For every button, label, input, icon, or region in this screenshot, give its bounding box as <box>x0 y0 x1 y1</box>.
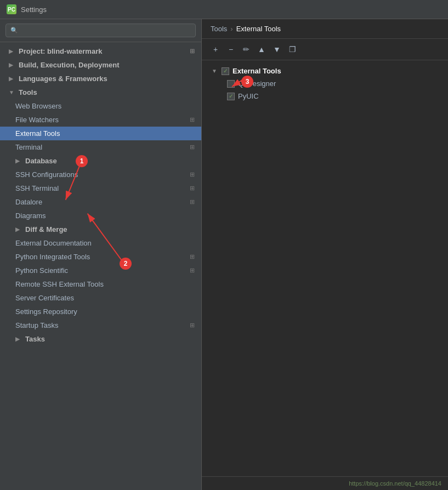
sidebar-item-label: SSH Configurations <box>15 170 186 179</box>
copy-icon: ⊞ <box>190 144 195 151</box>
sidebar-item-label: Diff & Merge <box>25 225 195 233</box>
sidebar-item-label: Project: blind-watermark <box>19 47 186 55</box>
sidebar-item-external-docs[interactable]: External Documentation <box>0 236 201 250</box>
copy-button[interactable]: ❐ <box>285 42 299 56</box>
sidebar-item-label: SSH Terminal <box>15 184 186 192</box>
copy-icon: ⊞ <box>190 267 195 274</box>
breadcrumb-current: External Tools <box>236 25 281 33</box>
sidebar-item-label: External Documentation <box>15 239 195 247</box>
url-bar: https://blog.csdn.net/qq_44828414 <box>202 476 448 490</box>
tree-child-qt-designer[interactable]: Qt Designer <box>224 77 441 90</box>
remove-button[interactable]: − <box>224 42 238 56</box>
search-icon: 🔍 <box>10 27 18 34</box>
tree-root-label: External Tools <box>232 67 281 75</box>
sidebar-item-ssh-terminal[interactable]: SSH Terminal ⊞ <box>0 181 201 195</box>
copy-icon: ⊞ <box>190 171 195 178</box>
sidebar-item-tasks[interactable]: Tasks <box>0 332 201 346</box>
breadcrumb-sep: › <box>230 25 232 33</box>
chevron-right-icon <box>15 336 22 342</box>
sidebar-item-ssh-configurations[interactable]: SSH Configurations ⊞ <box>0 168 201 181</box>
chevron-right-icon <box>15 158 22 164</box>
copy-icon: ⊞ <box>190 116 195 123</box>
tree-root-item[interactable]: ▼ External Tools <box>208 65 441 77</box>
sidebar-item-terminal[interactable]: Terminal ⊞ <box>0 140 201 154</box>
sidebar-item-label: File Watchers <box>15 116 186 124</box>
sidebar-item-label: Python Scientific <box>15 266 186 275</box>
move-up-button[interactable]: ▲ <box>254 42 269 56</box>
copy-icon: ⊞ <box>190 322 195 329</box>
copy-icon: ⊞ <box>190 253 195 260</box>
chevron-right-icon <box>9 76 15 82</box>
sidebar-item-label: Web Browsers <box>15 102 195 110</box>
sidebar-item-label: Settings Repository <box>15 307 195 316</box>
sidebar-item-web-browsers[interactable]: Web Browsers <box>0 99 201 113</box>
sidebar-item-external-tools[interactable]: External Tools <box>0 127 201 140</box>
sidebar-item-label: Python Integrated Tools <box>15 253 186 261</box>
sidebar-item-database[interactable]: Database <box>0 154 201 168</box>
chevron-right-icon <box>15 226 22 232</box>
sidebar-item-label: Remote SSH External Tools <box>15 280 195 288</box>
sidebar-item-languages[interactable]: Languages & Frameworks <box>0 72 201 86</box>
sidebar: 1 2 🔍 Project: blind-watermark ⊞ Build, … <box>0 19 202 490</box>
tree-child-label: PyUIC <box>238 92 259 100</box>
nav-list: Project: blind-watermark ⊞ Build, Execut… <box>0 42 201 490</box>
sidebar-item-settings-repo[interactable]: Settings Repository <box>0 305 201 318</box>
sidebar-item-label: Diagrams <box>15 212 195 220</box>
sidebar-item-python-integrated[interactable]: Python Integrated Tools ⊞ <box>0 250 201 264</box>
sidebar-item-datalore[interactable]: Datalore ⊞ <box>0 195 201 209</box>
app-icon: PC <box>7 4 16 14</box>
search-input[interactable] <box>21 26 191 35</box>
sidebar-item-startup-tasks[interactable]: Startup Tasks ⊞ <box>0 318 201 332</box>
edit-button[interactable]: ✏ <box>239 42 253 56</box>
sidebar-item-label: Server Certificates <box>15 294 195 302</box>
tree-child-pyuic[interactable]: PyUIC <box>224 90 441 102</box>
chevron-right-icon <box>9 48 15 54</box>
sidebar-item-label: Datalore <box>15 198 186 206</box>
breadcrumb-root: Tools <box>211 25 227 33</box>
title-bar: PC Settings <box>0 0 448 19</box>
sidebar-item-label: Tasks <box>25 335 195 343</box>
add-button[interactable]: + <box>208 42 223 56</box>
right-panel: Tools › External Tools + − ✏ ▲ ▼ ❐ 3 <box>202 19 448 490</box>
sidebar-item-python-scientific[interactable]: Python Scientific ⊞ <box>0 264 201 277</box>
sidebar-item-label: Database <box>25 157 195 165</box>
tree-checkbox-pyuic[interactable] <box>227 93 235 100</box>
chevron-down-icon <box>9 89 15 95</box>
sidebar-item-diagrams[interactable]: Diagrams <box>0 209 201 223</box>
copy-icon: ⊞ <box>190 198 195 206</box>
main-content: 1 2 🔍 Project: blind-watermark ⊞ Build, … <box>0 19 448 490</box>
sidebar-item-build[interactable]: Build, Execution, Deployment <box>0 58 201 72</box>
sidebar-item-project[interactable]: Project: blind-watermark ⊞ <box>0 44 201 58</box>
sidebar-item-remote-ssh[interactable]: Remote SSH External Tools <box>0 277 201 291</box>
sidebar-item-label: Startup Tasks <box>15 321 186 329</box>
tree-panel: 3 ▼ External Tools Qt Designer <box>202 60 448 476</box>
sidebar-item-label: Languages & Frameworks <box>19 75 195 83</box>
sidebar-item-label: Terminal <box>15 143 186 151</box>
sidebar-item-server-certs[interactable]: Server Certificates <box>0 291 201 305</box>
search-box: 🔍 <box>0 19 201 42</box>
url-text: https://blog.csdn.net/qq_44828414 <box>349 480 441 487</box>
tree-child-label: Qt Designer <box>238 79 276 88</box>
chevron-right-icon <box>9 62 15 68</box>
move-down-button[interactable]: ▼ <box>270 42 284 56</box>
tree-checkbox-qt-designer[interactable] <box>227 80 235 88</box>
breadcrumb: Tools › External Tools <box>202 19 448 39</box>
sidebar-item-diff-merge[interactable]: Diff & Merge <box>0 223 201 236</box>
tree-chevron-down-icon: ▼ <box>212 68 218 74</box>
sidebar-item-label: External Tools <box>15 129 195 138</box>
sidebar-item-label: Tools <box>19 88 195 96</box>
toolbar: + − ✏ ▲ ▼ ❐ <box>202 39 448 60</box>
search-wrap[interactable]: 🔍 <box>5 24 196 37</box>
settings-icon: ⊞ <box>190 48 195 55</box>
copy-icon: ⊞ <box>190 185 195 192</box>
sidebar-item-file-watchers[interactable]: File Watchers ⊞ <box>0 113 201 127</box>
title-bar-text: Settings <box>21 5 47 14</box>
sidebar-item-tools[interactable]: Tools <box>0 86 201 99</box>
sidebar-item-label: Build, Execution, Deployment <box>19 61 195 69</box>
tree-checkbox-external-tools[interactable] <box>222 67 229 75</box>
